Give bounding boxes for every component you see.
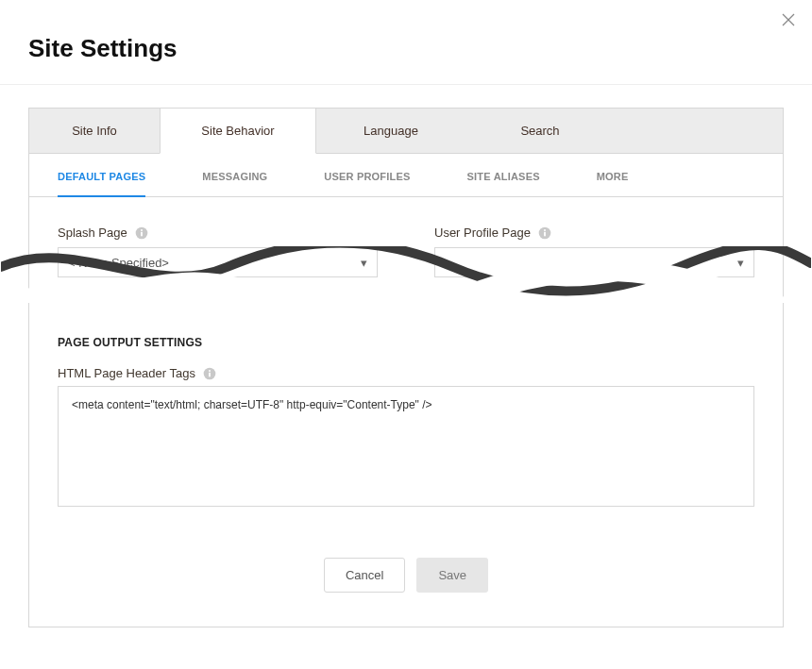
html-header-label: HTML Page Header Tags: [58, 366, 195, 380]
svg-rect-7: [544, 231, 546, 236]
svg-rect-10: [209, 372, 211, 376]
svg-point-9: [209, 370, 211, 372]
splash-page-select[interactable]: < None Specified> ▾: [58, 247, 378, 277]
tab-search[interactable]: Search: [465, 109, 615, 153]
tab-site-behavior[interactable]: Site Behavior: [160, 109, 316, 154]
subtab-site-aliases[interactable]: SITE ALIASES: [467, 171, 540, 196]
svg-point-6: [544, 229, 546, 231]
subtab-more[interactable]: MORE: [597, 171, 629, 196]
chevron-down-icon: ▾: [737, 256, 744, 270]
subtab-user-profiles[interactable]: USER PROFILES: [324, 171, 410, 196]
page-title: Site Settings: [28, 34, 784, 63]
chevron-down-icon: ▾: [361, 256, 367, 270]
top-tabs: Site Info Site Behavior Language Search: [29, 109, 783, 154]
info-icon: [538, 226, 551, 240]
page-output-heading: PAGE OUTPUT SETTINGS: [58, 336, 754, 349]
cancel-button[interactable]: Cancel: [324, 558, 405, 593]
info-icon: [135, 226, 148, 240]
subtab-default-pages[interactable]: DEFAULT PAGES: [58, 171, 145, 197]
settings-panel: Site Info Site Behavior Language Search …: [28, 108, 784, 627]
user-profile-page-select[interactable]: ▾: [434, 247, 754, 277]
sub-tabs: DEFAULT PAGES MESSAGING USER PROFILES SI…: [29, 154, 783, 197]
html-header-textarea[interactable]: [58, 386, 754, 507]
save-button[interactable]: Save: [416, 558, 488, 593]
svg-rect-4: [141, 231, 143, 236]
splash-page-value: < None Specified>: [68, 256, 169, 270]
splash-page-label: Splash Page: [58, 226, 127, 240]
tab-language[interactable]: Language: [316, 109, 465, 153]
user-profile-page-label: User Profile Page: [434, 226, 531, 240]
tab-site-info[interactable]: Site Info: [29, 109, 160, 153]
subtab-messaging[interactable]: MESSAGING: [202, 171, 267, 196]
info-icon: [203, 367, 216, 380]
svg-point-3: [141, 229, 143, 231]
close-icon[interactable]: [782, 13, 795, 26]
